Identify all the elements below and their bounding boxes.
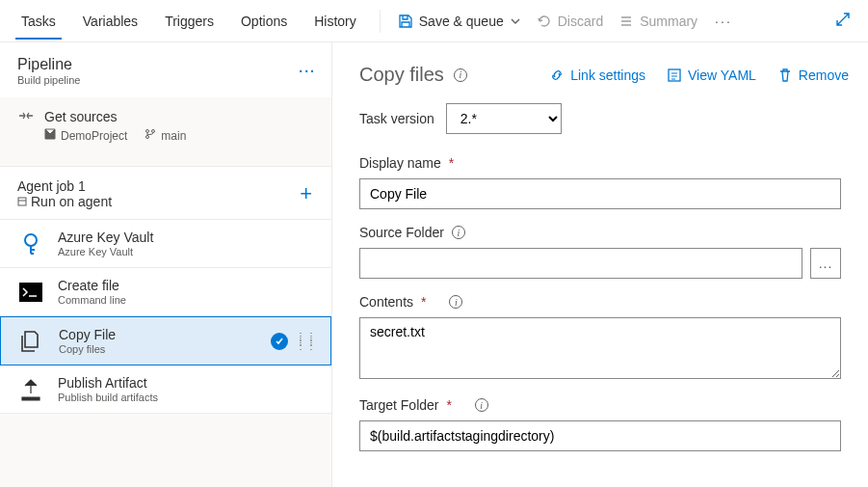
tab-variables[interactable]: Variables — [69, 3, 151, 40]
tab-options[interactable]: Options — [227, 3, 301, 40]
task-copy-file[interactable]: Copy FileCopy files ⋮⋮⋮⋮⋮⋮ — [0, 316, 331, 365]
agent-job-subtitle: Run on agent — [17, 194, 112, 209]
trash-icon — [777, 68, 793, 83]
agent-icon — [17, 197, 27, 206]
info-icon[interactable]: i — [475, 398, 488, 412]
drag-handle-icon[interactable]: ⋮⋮⋮⋮⋮⋮ — [296, 334, 317, 348]
remove-button[interactable]: Remove — [777, 68, 849, 83]
selected-check-icon — [271, 333, 288, 350]
branch-icon — [145, 128, 156, 143]
terminal-icon — [17, 279, 44, 306]
task-sub: Publish build artifacts — [58, 392, 158, 403]
task-version-select[interactable]: 2.* — [446, 103, 562, 134]
task-azure-key-vault[interactable]: Azure Key VaultAzure Key Vault — [0, 220, 331, 268]
yaml-icon — [667, 68, 682, 83]
undo-icon — [537, 14, 552, 29]
chevron-down-icon — [510, 15, 521, 27]
branch-name: main — [161, 129, 186, 143]
view-yaml-button[interactable]: View YAML — [667, 68, 756, 83]
agent-job-title: Agent job 1 — [17, 178, 112, 194]
source-folder-label: Source Folder — [359, 225, 444, 240]
required-marker: * — [421, 294, 426, 310]
required-marker: * — [446, 397, 451, 413]
add-task-button[interactable]: + — [294, 181, 318, 206]
svg-point-4 — [25, 234, 37, 246]
task-name: Publish Artifact — [58, 375, 158, 391]
save-queue-label: Save & queue — [419, 14, 504, 29]
repo-name: DemoProject — [61, 129, 127, 143]
task-sub: Command line — [58, 294, 126, 306]
upload-icon — [17, 376, 44, 403]
tab-triggers[interactable]: Triggers — [151, 3, 227, 40]
get-sources-label: Get sources — [44, 109, 117, 124]
get-sources-item[interactable]: Get sources DemoProject main — [0, 97, 331, 152]
task-sub: Azure Key Vault — [58, 246, 153, 257]
task-create-file[interactable]: Create fileCommand line — [0, 268, 331, 316]
copy-files-icon — [18, 328, 45, 355]
display-name-input[interactable] — [359, 178, 841, 209]
tab-history[interactable]: History — [301, 3, 370, 40]
pipeline-more-button[interactable]: ··· — [299, 64, 316, 79]
target-folder-input[interactable] — [359, 420, 841, 451]
info-icon[interactable]: i — [449, 295, 462, 309]
svg-rect-5 — [19, 283, 42, 302]
agent-job-item[interactable]: Agent job 1 Run on agent + — [0, 166, 331, 220]
discard-button[interactable]: Discard — [529, 8, 611, 35]
pipeline-title: Pipeline — [17, 56, 80, 73]
info-icon[interactable]: i — [454, 68, 467, 82]
task-sub: Copy files — [59, 343, 116, 355]
svg-point-0 — [146, 130, 149, 133]
separator — [380, 10, 381, 33]
task-publish-artifact[interactable]: Publish ArtifactPublish build artifacts — [0, 365, 331, 414]
summary-button[interactable]: Summary — [611, 8, 705, 35]
task-name: Copy File — [59, 327, 116, 342]
keyvault-icon — [17, 230, 44, 257]
panel-title: Copy files — [359, 64, 444, 86]
browse-button[interactable]: ... — [810, 248, 841, 279]
discard-label: Discard — [558, 14, 603, 29]
repo-icon — [44, 128, 56, 143]
more-actions-button[interactable]: ··· — [705, 8, 742, 35]
save-and-queue-button[interactable]: Save & queue — [390, 8, 529, 35]
save-icon — [398, 14, 413, 29]
link-icon — [549, 68, 565, 83]
info-icon[interactable]: i — [452, 226, 465, 239]
contents-textarea[interactable]: secret.txt — [359, 317, 841, 379]
summary-label: Summary — [640, 14, 697, 29]
svg-point-2 — [146, 136, 149, 139]
display-name-label: Display name — [359, 155, 441, 171]
svg-rect-3 — [18, 198, 26, 205]
list-icon — [618, 14, 634, 29]
task-version-label: Task version — [359, 111, 434, 126]
expand-icon[interactable] — [826, 6, 860, 36]
link-settings-button[interactable]: Link settings — [549, 68, 645, 83]
contents-label: Contents — [359, 294, 413, 310]
pipeline-subtitle: Build pipeline — [17, 74, 80, 86]
task-name: Create file — [58, 278, 126, 293]
pipeline-header[interactable]: Pipeline Build pipeline ··· — [0, 42, 331, 97]
svg-point-1 — [152, 130, 155, 133]
target-folder-label: Target Folder — [359, 397, 438, 413]
task-name: Azure Key Vault — [58, 230, 153, 245]
source-folder-input[interactable] — [359, 248, 802, 279]
sources-icon — [17, 109, 35, 124]
tab-tasks[interactable]: Tasks — [8, 3, 69, 40]
required-marker: * — [449, 155, 454, 171]
